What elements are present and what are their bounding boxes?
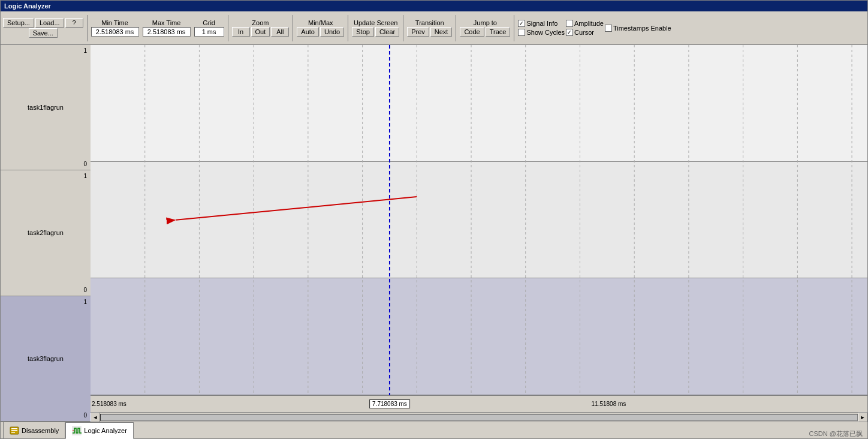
show-cycles-label: Show Cycles <box>526 29 565 36</box>
window-title: Logic Analyzer <box>4 2 51 10</box>
show-cycles-checkbox-label[interactable]: Show Cycles <box>518 29 565 36</box>
signal-2-scale-bottom: 0 <box>83 287 87 293</box>
signal-3-scale-top: 1 <box>83 299 87 305</box>
prev-button[interactable]: Prev <box>407 27 429 37</box>
signal-info-label: Signal Info <box>526 20 557 27</box>
grid-col: Grid 1 ms <box>194 19 224 37</box>
title-bar: Logic Analyzer <box>1 1 867 11</box>
signal-item-0: 1 task1flagrun 0 <box>1 45 91 170</box>
timestamps-checkbox-label[interactable]: Timestamps Enable <box>605 25 671 32</box>
svg-rect-20 <box>11 432 15 433</box>
scroll-left-btn[interactable]: ◄ <box>91 413 100 422</box>
jumpto-group: Jump to Code Trace <box>460 19 510 37</box>
minmax-group: Min/Max Auto Undo <box>297 19 344 37</box>
signal-1-scale-bottom: 0 <box>83 161 87 167</box>
min-time-col: Min Time 2.518083 ms <box>91 19 139 37</box>
scroll-right-btn[interactable]: ► <box>858 413 867 422</box>
signal-arrow-svg <box>91 162 867 278</box>
signal-item-2: 1 task3flagrun 0 <box>1 296 91 422</box>
auto-button[interactable]: Auto <box>297 27 319 37</box>
max-time-value: 2.518083 ms <box>143 27 191 37</box>
stop-button[interactable]: Stop <box>352 27 374 37</box>
separator-7 <box>514 15 514 41</box>
time-label-1: 11.51808 ms <box>592 401 626 407</box>
zoom-group: Zoom In Out All <box>232 19 290 37</box>
separator-4 <box>348 15 348 41</box>
cursor-check[interactable] <box>566 29 573 36</box>
grid-value: 1 ms <box>194 27 224 37</box>
transition-group: Transition Prev Next <box>407 19 452 37</box>
timestamps-label: Timestamps Enable <box>613 25 671 32</box>
tab-logic-analyzer[interactable]: Logic Analyzer <box>65 422 134 439</box>
scrollbar-track[interactable] <box>100 414 858 421</box>
watermark: CSDN @花落已飘 <box>809 429 867 438</box>
zoom-out-button[interactable]: Out <box>251 27 270 37</box>
signal-labels-panel: 1 task1flagrun 0 1 task2flagrun 0 1 task… <box>1 45 91 422</box>
signal-2-name: task2flagrun <box>28 229 64 236</box>
toolbar: Setup... Load... ? Save... Min Time 2.51… <box>1 11 867 45</box>
jumpto-label: Jump to <box>474 19 497 26</box>
load-button[interactable]: Load... <box>35 18 64 28</box>
main-window: Logic Analyzer Setup... Load... ? Save..… <box>0 0 868 439</box>
separator-1 <box>87 15 88 41</box>
cursor-checkbox-label[interactable]: Cursor <box>566 29 594 36</box>
amplitude-label: Amplitude <box>574 20 604 27</box>
svg-rect-18 <box>11 428 17 429</box>
amplitude-check[interactable] <box>566 20 573 27</box>
main-area: 1 task1flagrun 0 1 task2flagrun 0 1 task… <box>1 45 867 422</box>
zoom-in-button[interactable]: In <box>232 27 250 37</box>
grid-label: Grid <box>203 19 215 26</box>
chart-row-0 <box>91 45 867 162</box>
zoom-all-button[interactable]: All <box>271 27 289 37</box>
min-time-label: Min Time <box>101 19 128 26</box>
update-label: Update Screen <box>354 19 397 26</box>
cursor-time-box: 7.718083 ms <box>369 399 410 408</box>
timestamps-check[interactable] <box>605 25 612 32</box>
logic-icon <box>72 426 82 435</box>
min-time-value: 2.518083 ms <box>91 27 139 37</box>
max-time-col: Max Time 2.518083 ms <box>143 19 191 37</box>
cursor-label: Cursor <box>574 29 594 36</box>
signal-item-1: 1 task2flagrun 0 <box>1 170 91 296</box>
show-cycles-check[interactable] <box>518 29 525 36</box>
chart-row-1 <box>91 162 867 279</box>
trace-button[interactable]: Trace <box>486 27 511 37</box>
signal-info-checkbox-label[interactable]: Signal Info <box>518 20 557 27</box>
signal-info-check[interactable] <box>518 20 525 27</box>
undo-button[interactable]: Undo <box>320 27 344 37</box>
chart-rows-wrapper <box>91 45 867 395</box>
chart-row-2 <box>91 278 867 395</box>
tab-disassembly-label: Disassembly <box>22 427 59 434</box>
clear-button[interactable]: Clear <box>375 27 399 37</box>
save-button[interactable]: Save... <box>29 28 58 38</box>
transition-label: Transition <box>415 19 444 26</box>
update-group: Update Screen Stop Clear <box>352 19 399 37</box>
separator-2 <box>228 15 228 41</box>
signal-3-scale-bottom: 0 <box>83 412 87 419</box>
chart-area[interactable]: 2.518083 ms 7.718083 ms 11.51808 ms ◄ ► <box>91 45 867 422</box>
scrollbar: ◄ ► <box>91 412 867 422</box>
amplitude-checkbox-label[interactable]: Amplitude <box>566 20 604 27</box>
signal-1-scale-top: 1 <box>83 47 87 54</box>
svg-rect-19 <box>11 430 17 431</box>
next-button[interactable]: Next <box>430 27 453 37</box>
time-axis: 2.518083 ms 7.718083 ms 11.51808 ms <box>91 395 867 412</box>
help-button[interactable]: ? <box>65 18 83 28</box>
separator-6 <box>456 15 456 41</box>
time-group: Min Time 2.518083 ms Max Time 2.518083 m… <box>91 19 224 37</box>
signal-1-name: task1flagrun <box>28 104 64 111</box>
signal-3-name: task3flagrun <box>28 355 64 362</box>
disassembly-icon <box>10 426 19 435</box>
code-button[interactable]: Code <box>460 27 484 37</box>
tab-disassembly[interactable]: Disassembly <box>3 422 65 438</box>
svg-line-16 <box>176 197 417 220</box>
separator-3 <box>293 15 293 41</box>
bottom-tab-bar: Disassembly Logic Analyzer CSDN @花落已飘 <box>1 422 867 438</box>
options-group: Signal Info Show Cycles <box>518 20 565 36</box>
zoom-label: Zoom <box>252 19 269 26</box>
setup-button[interactable]: Setup... <box>3 18 34 28</box>
signal-2-scale-top: 1 <box>83 173 87 179</box>
max-time-label: Max Time <box>152 19 181 26</box>
options-group-2: Amplitude Cursor <box>566 20 604 36</box>
tab-logic-analyzer-label: Logic Analyzer <box>84 427 127 434</box>
